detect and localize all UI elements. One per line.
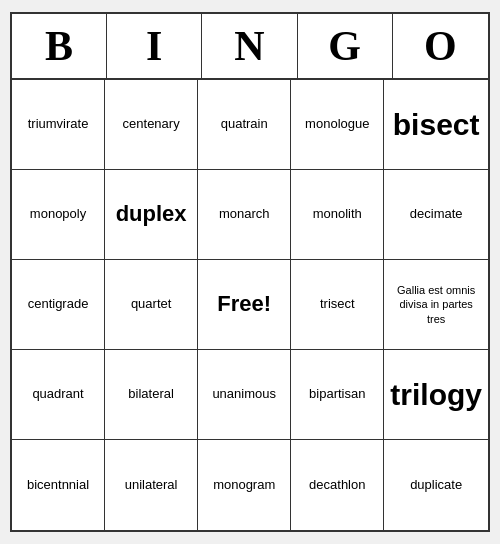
cell-text: bisect [393, 105, 480, 144]
bingo-grid: triumviratecentenaryquatrainmonologuebis… [12, 80, 488, 530]
cell-text: decimate [410, 206, 463, 223]
cell-r3-c1: bilateral [105, 350, 198, 440]
cell-text: monogram [213, 477, 275, 494]
cell-r4-c3: decathlon [291, 440, 384, 530]
cell-text: quatrain [221, 116, 268, 133]
cell-r4-c1: unilateral [105, 440, 198, 530]
cell-r3-c0: quadrant [12, 350, 105, 440]
cell-r3-c3: bipartisan [291, 350, 384, 440]
cell-r0-c0: triumvirate [12, 80, 105, 170]
bingo-header: BINGO [12, 14, 488, 80]
cell-text: unanimous [212, 386, 276, 403]
header-letter: B [12, 14, 107, 78]
header-letter: N [202, 14, 297, 78]
cell-text: centenary [123, 116, 180, 133]
cell-r2-c3: trisect [291, 260, 384, 350]
cell-text: triumvirate [28, 116, 89, 133]
header-letter: O [393, 14, 488, 78]
cell-r4-c4: duplicate [384, 440, 488, 530]
cell-text: monolith [313, 206, 362, 223]
cell-r2-c4: Gallia est omnis divisa in partes tres [384, 260, 488, 350]
cell-text: bicentnnial [27, 477, 89, 494]
cell-text: duplex [116, 200, 187, 229]
cell-text: Free! [217, 290, 271, 319]
cell-r0-c3: monologue [291, 80, 384, 170]
cell-r1-c1: duplex [105, 170, 198, 260]
cell-r3-c2: unanimous [198, 350, 291, 440]
cell-r2-c2: Free! [198, 260, 291, 350]
cell-r4-c0: bicentnnial [12, 440, 105, 530]
cell-text: monarch [219, 206, 270, 223]
cell-r1-c2: monarch [198, 170, 291, 260]
cell-text: bipartisan [309, 386, 365, 403]
header-letter: I [107, 14, 202, 78]
cell-r0-c2: quatrain [198, 80, 291, 170]
header-letter: G [298, 14, 393, 78]
cell-text: decathlon [309, 477, 365, 494]
bingo-card: BINGO triumviratecentenaryquatrainmonolo… [10, 12, 490, 532]
cell-text: duplicate [410, 477, 462, 494]
cell-r1-c4: decimate [384, 170, 488, 260]
cell-r2-c0: centigrade [12, 260, 105, 350]
cell-r2-c1: quartet [105, 260, 198, 350]
cell-r0-c4: bisect [384, 80, 488, 170]
cell-r0-c1: centenary [105, 80, 198, 170]
cell-text: monologue [305, 116, 369, 133]
cell-text: unilateral [125, 477, 178, 494]
cell-text: trilogy [390, 375, 482, 414]
cell-text: quadrant [32, 386, 83, 403]
cell-r3-c4: trilogy [384, 350, 488, 440]
cell-r4-c2: monogram [198, 440, 291, 530]
cell-text: bilateral [128, 386, 174, 403]
cell-r1-c3: monolith [291, 170, 384, 260]
cell-text: quartet [131, 296, 171, 313]
cell-r1-c0: monopoly [12, 170, 105, 260]
cell-text: Gallia est omnis divisa in partes tres [390, 283, 482, 326]
cell-text: centigrade [28, 296, 89, 313]
cell-text: monopoly [30, 206, 86, 223]
cell-text: trisect [320, 296, 355, 313]
